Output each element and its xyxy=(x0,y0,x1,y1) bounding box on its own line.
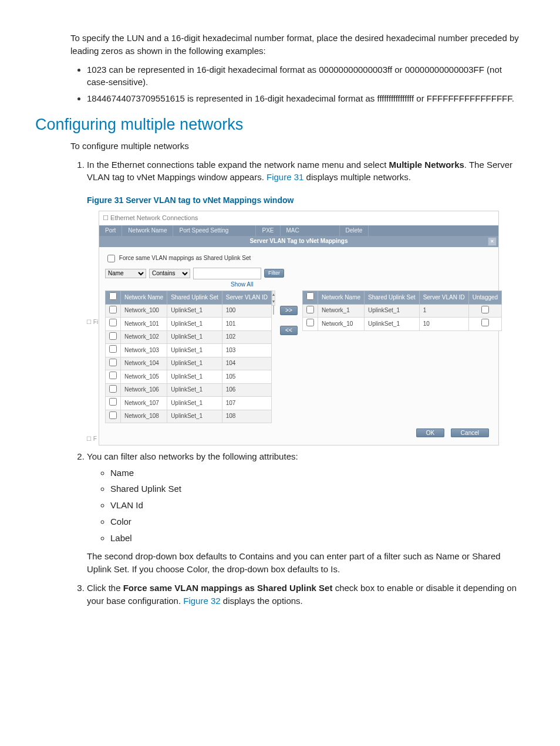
figure-32-link[interactable]: Figure 32 xyxy=(183,596,220,606)
attr-vlan-id: VLAN Id xyxy=(110,499,525,512)
figure-31-link[interactable]: Figure 31 xyxy=(266,172,303,182)
window-title: ☐ Ethernet Network Connections xyxy=(99,211,498,225)
row-checkbox[interactable] xyxy=(109,385,117,393)
ok-button[interactable]: OK xyxy=(416,428,444,437)
window-title-text: Ethernet Network Connections xyxy=(110,214,198,221)
force-mappings-checkbox[interactable] xyxy=(107,255,115,262)
row-checkbox[interactable] xyxy=(109,372,117,379)
filter-operator-select[interactable]: Contains xyxy=(149,269,190,278)
dialog-title: Server VLAN Tag to vNet Mappings xyxy=(249,238,348,244)
move-right-button[interactable]: >> xyxy=(280,306,298,315)
figure-31-screenshot: ☐ Fi ☐ F ☐ Ethernet Network Connections … xyxy=(99,211,499,445)
intro-bullets: 1023 can be represented in 16-digit hexa… xyxy=(70,63,525,105)
row-checkbox[interactable] xyxy=(109,332,117,340)
tab-pxe[interactable]: PXE xyxy=(256,225,280,236)
step-1-text-d: displays multiple networks. xyxy=(303,172,411,182)
step-3-text-d: displays the options. xyxy=(221,596,303,606)
filter-attribute-select[interactable]: Name xyxy=(105,269,146,278)
attr-color: Color xyxy=(110,515,525,528)
show-all-link[interactable]: Show All xyxy=(231,281,492,289)
cancel-button[interactable]: Cancel xyxy=(451,428,489,437)
steps-list: In the Ethernet connections table expand… xyxy=(70,158,525,607)
tab-port-speed[interactable]: Port Speed Setting xyxy=(173,225,256,236)
row-checkbox[interactable] xyxy=(109,319,117,326)
close-icon[interactable]: × xyxy=(488,237,497,246)
intro-paragraph: To specify the LUN and a 16-digit hexade… xyxy=(70,32,525,58)
side-crop-2: ☐ F xyxy=(86,435,97,444)
tab-port[interactable]: Port xyxy=(99,225,122,236)
step-3: Click the Force same VLAN mappings as Sh… xyxy=(87,582,525,607)
force-mappings-row: Force same VLAN mappings as Shared Uplin… xyxy=(105,253,492,264)
col-shared-uplink[interactable]: Shared Uplink Set xyxy=(365,291,420,305)
selected-networks-table: Network Name Shared Uplink Set Server VL… xyxy=(302,291,502,331)
step-1: In the Ethernet connections table expand… xyxy=(87,158,525,445)
force-mappings-label: Force same VLAN mappings as Shared Uplin… xyxy=(119,255,251,261)
col-server-vlan[interactable]: Server VLAN ID xyxy=(419,291,468,305)
filter-row: Name Contains Filter xyxy=(105,268,492,279)
step-2: You can filter also networks by the foll… xyxy=(87,450,525,576)
row-checkbox[interactable] xyxy=(306,306,314,313)
col-server-vlan[interactable]: Server VLAN ID xyxy=(222,291,271,305)
row-checkbox[interactable] xyxy=(109,411,117,419)
untagged-checkbox[interactable] xyxy=(481,306,489,313)
tab-network-name[interactable]: Network Name xyxy=(122,225,173,236)
col-network-name[interactable]: Network Name xyxy=(318,291,364,305)
figure-31-caption: Figure 31 Server VLAN tag to vNet Mappin… xyxy=(87,194,525,206)
col-check[interactable] xyxy=(106,291,121,305)
row-checkbox[interactable] xyxy=(109,398,117,406)
scroll-up-icon[interactable]: ▴ xyxy=(272,291,275,298)
row-checkbox[interactable] xyxy=(306,319,314,326)
intro-bullet-2: 18446744073709551615 is represented in 1… xyxy=(87,92,525,105)
row-checkbox[interactable] xyxy=(109,345,117,353)
dialog-title-bar: Server VLAN Tag to vNet Mappings × xyxy=(99,236,498,247)
step-2-attributes: Name Shared Uplink Set VLAN Id Color Lab… xyxy=(94,467,525,545)
attr-shared-uplink: Shared Uplink Set xyxy=(110,482,525,495)
col-check[interactable] xyxy=(302,291,318,305)
step-3-bold: Force same VLAN mappings as Shared Uplin… xyxy=(123,583,333,593)
tab-bar: Port Network Name Port Speed Setting PXE… xyxy=(99,225,498,236)
attr-label: Label xyxy=(110,532,525,545)
filter-button[interactable]: Filter xyxy=(264,269,284,278)
step-1-bold: Multiple Networks xyxy=(389,160,464,170)
step-2-tail: The second drop-down box defaults to Con… xyxy=(87,550,525,576)
section-heading: Configuring multiple networks xyxy=(35,113,525,136)
move-left-button[interactable]: << xyxy=(280,326,298,335)
row-checkbox[interactable] xyxy=(109,359,117,366)
step-2-text: You can filter also networks by the foll… xyxy=(87,451,298,461)
steps-intro: To configure multiple networks xyxy=(70,140,525,153)
filter-value-input[interactable] xyxy=(193,268,261,279)
tab-mac[interactable]: MAC xyxy=(281,225,340,236)
col-untagged[interactable]: Untagged xyxy=(468,291,501,305)
step-3-text-a: Click the xyxy=(87,583,123,593)
scroll-down-icon[interactable]: ▾ xyxy=(272,298,275,305)
tab-delete[interactable]: Delete xyxy=(340,225,369,236)
side-crop-1: ☐ Fi xyxy=(86,318,98,327)
attr-name: Name xyxy=(110,467,525,480)
available-networks-table: Network Name Shared Uplink Set Server VL… xyxy=(105,291,272,423)
col-network-name[interactable]: Network Name xyxy=(121,291,167,305)
step-1-text-a: In the Ethernet connections table expand… xyxy=(87,160,389,170)
row-checkbox[interactable] xyxy=(109,306,117,313)
untagged-checkbox[interactable] xyxy=(481,319,489,326)
intro-bullet-1: 1023 can be represented in 16-digit hexa… xyxy=(87,63,525,89)
col-shared-uplink[interactable]: Shared Uplink Set xyxy=(167,291,222,305)
